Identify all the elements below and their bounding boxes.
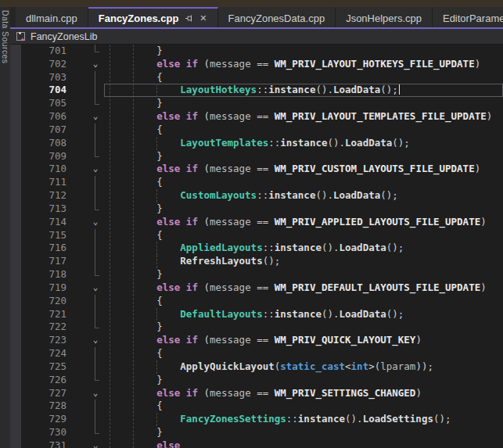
breadcrumb-bar[interactable]: FancyZonesLib bbox=[10, 29, 503, 45]
code-text: { bbox=[110, 71, 163, 84]
tab-dllmain-cpp[interactable]: dllmain.cpp bbox=[16, 7, 88, 27]
line-number[interactable]: 717 bbox=[21, 255, 66, 268]
line-number[interactable]: 714 bbox=[21, 216, 66, 229]
line-number[interactable]: 704 bbox=[21, 84, 66, 97]
code-line-724[interactable]: 724 { bbox=[10, 347, 503, 360]
code-text: RefreshLayouts(); bbox=[110, 255, 280, 268]
outline-guide-end bbox=[95, 268, 99, 276]
line-number[interactable]: 731 bbox=[21, 439, 66, 448]
line-number[interactable]: 708 bbox=[21, 137, 66, 150]
line-number[interactable]: 716 bbox=[21, 242, 66, 255]
tool-window-tab-data-sources[interactable]: Data Sources bbox=[0, 7, 10, 448]
line-number[interactable]: 726 bbox=[21, 374, 66, 387]
code-line-714[interactable]: 714⌄ else if (message == WM_PRIV_APPLIED… bbox=[10, 216, 503, 229]
code-text: else if (message == WM_PRIV_QUICK_LAYOUT… bbox=[110, 334, 422, 347]
line-number[interactable]: 712 bbox=[21, 189, 66, 202]
line-number[interactable]: 707 bbox=[21, 124, 66, 137]
code-line-729[interactable]: 729 FancyZonesSettings::instance().LoadS… bbox=[10, 413, 503, 426]
line-number[interactable]: 705 bbox=[21, 97, 66, 110]
tab-jsonhelpers-cpp[interactable]: JsonHelpers.cpp bbox=[336, 7, 433, 27]
code-line-719[interactable]: 719⌄ else if (message == WM_PRIV_DEFAULT… bbox=[10, 281, 503, 295]
breadcrumb-project-label[interactable]: FancyZonesLib bbox=[31, 31, 97, 42]
outline-guide bbox=[95, 189, 95, 202]
tab-fancyzones-cpp[interactable]: FancyZones.cpp✕ bbox=[88, 7, 218, 27]
code-line-723[interactable]: 723⌄ else if (message == WM_PRIV_QUICK_L… bbox=[10, 334, 503, 347]
line-number[interactable]: 727 bbox=[21, 387, 66, 400]
line-number[interactable]: 725 bbox=[21, 360, 66, 374]
line-number[interactable]: 718 bbox=[21, 268, 66, 281]
tab-label: FancyZones.cpp bbox=[99, 13, 179, 24]
line-number[interactable]: 721 bbox=[21, 308, 66, 321]
line-number[interactable]: 703 bbox=[21, 71, 66, 84]
line-number[interactable]: 702 bbox=[21, 58, 66, 71]
line-number[interactable]: 713 bbox=[21, 202, 66, 216]
fold-chevron-icon[interactable]: ⌄ bbox=[88, 334, 102, 347]
code-line-705[interactable]: 705 } bbox=[10, 97, 503, 110]
outline-guide-end bbox=[95, 45, 99, 52]
code-line-720[interactable]: 720 { bbox=[10, 295, 503, 308]
main-area: Data Sources dllmain.cppFancyZones.cpp✕F… bbox=[0, 7, 503, 448]
code-line-712[interactable]: 712 CustomLayouts::instance().LoadData()… bbox=[10, 189, 503, 202]
tab-editorparameters-cpp[interactable]: EditorParameters.cpp bbox=[433, 7, 503, 27]
line-number[interactable]: 722 bbox=[21, 321, 66, 334]
code-line-717[interactable]: 717 RefreshLayouts(); bbox=[10, 255, 503, 268]
code-line-730[interactable]: 730 } bbox=[10, 426, 503, 439]
code-line-726[interactable]: 726 } bbox=[10, 374, 503, 387]
line-number[interactable]: 729 bbox=[21, 413, 66, 426]
line-number[interactable]: 711 bbox=[21, 176, 66, 189]
code-line-711[interactable]: 711 { bbox=[10, 176, 503, 189]
code-line-713[interactable]: 713 } bbox=[10, 202, 503, 216]
tab-fancyzonesdata-cpp[interactable]: FancyZonesData.cpp bbox=[218, 7, 336, 27]
pin-icon[interactable] bbox=[185, 14, 193, 23]
line-number[interactable]: 709 bbox=[21, 150, 66, 163]
line-number[interactable]: 715 bbox=[21, 229, 66, 242]
outline-guide-end bbox=[95, 426, 99, 434]
code-line-710[interactable]: 710⌄ else if (message == WM_PRIV_CUSTOM_… bbox=[10, 163, 503, 176]
text-cursor bbox=[399, 84, 400, 95]
tab-label: FancyZonesData.cpp bbox=[228, 13, 325, 24]
code-line-722[interactable]: 722 } bbox=[10, 321, 503, 334]
code-line-718[interactable]: 718 } bbox=[10, 268, 503, 281]
code-line-708[interactable]: 708 LayoutTemplates::instance().LoadData… bbox=[10, 137, 503, 150]
code-text: else if (message == WM_PRIV_CUSTOM_LAYOU… bbox=[110, 163, 480, 176]
code-text: else if (message == WM_PRIV_SETTINGS_CHA… bbox=[110, 387, 422, 400]
code-line-701[interactable]: 701 } bbox=[10, 45, 503, 58]
fold-chevron-icon[interactable]: ⌄ bbox=[88, 281, 102, 295]
line-number[interactable]: 710 bbox=[21, 163, 66, 176]
code-line-731[interactable]: 731⌄ else bbox=[10, 439, 503, 448]
fold-chevron-icon[interactable]: ⌄ bbox=[88, 58, 102, 71]
fold-chevron-icon[interactable]: ⌄ bbox=[88, 439, 102, 448]
line-number[interactable]: 701 bbox=[21, 45, 66, 58]
outline-guide-end bbox=[95, 150, 99, 158]
tab-strip: dllmain.cppFancyZones.cpp✕FancyZonesData… bbox=[10, 7, 503, 29]
code-text: { bbox=[110, 229, 163, 242]
fold-chevron-icon[interactable]: ⌄ bbox=[88, 110, 102, 124]
fold-chevron-icon[interactable]: ⌄ bbox=[88, 387, 102, 400]
line-number[interactable]: 724 bbox=[21, 347, 66, 360]
code-text: else if (message == WM_PRIV_DEFAULT_LAYO… bbox=[110, 281, 487, 295]
line-number[interactable]: 723 bbox=[21, 334, 66, 347]
code-line-728[interactable]: 728 { bbox=[10, 400, 503, 413]
code-line-716[interactable]: 716 AppliedLayouts::instance().LoadData(… bbox=[10, 242, 503, 255]
code-line-715[interactable]: 715 { bbox=[10, 229, 503, 242]
code-line-709[interactable]: 709 } bbox=[10, 150, 503, 163]
line-number[interactable]: 728 bbox=[21, 400, 66, 413]
line-number[interactable]: 719 bbox=[21, 281, 66, 295]
fold-chevron-icon[interactable]: ⌄ bbox=[88, 216, 102, 229]
close-icon[interactable]: ✕ bbox=[199, 13, 207, 23]
outline-guide bbox=[95, 295, 95, 308]
line-number[interactable]: 706 bbox=[21, 110, 66, 124]
code-line-703[interactable]: 703 { bbox=[10, 71, 503, 84]
line-number[interactable]: 730 bbox=[21, 426, 66, 439]
code-line-727[interactable]: 727⌄ else if (message == WM_PRIV_SETTING… bbox=[10, 387, 503, 400]
line-number[interactable]: 720 bbox=[21, 295, 66, 308]
code-line-721[interactable]: 721 DefaultLayouts::instance().LoadData(… bbox=[10, 308, 503, 321]
code-editor[interactable]: 701 }702⌄ else if (message == WM_PRIV_LA… bbox=[10, 45, 503, 448]
fold-chevron-icon[interactable]: ⌄ bbox=[88, 163, 102, 176]
code-line-725[interactable]: 725 ApplyQuickLayout(static_cast<int>(lp… bbox=[10, 360, 503, 374]
code-line-707[interactable]: 707 { bbox=[10, 124, 503, 137]
code-line-706[interactable]: 706⌄ else if (message == WM_PRIV_LAYOUT_… bbox=[10, 110, 503, 124]
code-text: CustomLayouts::instance().LoadData(); bbox=[110, 189, 398, 202]
code-line-704[interactable]: 704 LayoutHotkeys::instance().LoadData()… bbox=[10, 84, 503, 97]
code-line-702[interactable]: 702⌄ else if (message == WM_PRIV_LAYOUT_… bbox=[10, 58, 503, 71]
